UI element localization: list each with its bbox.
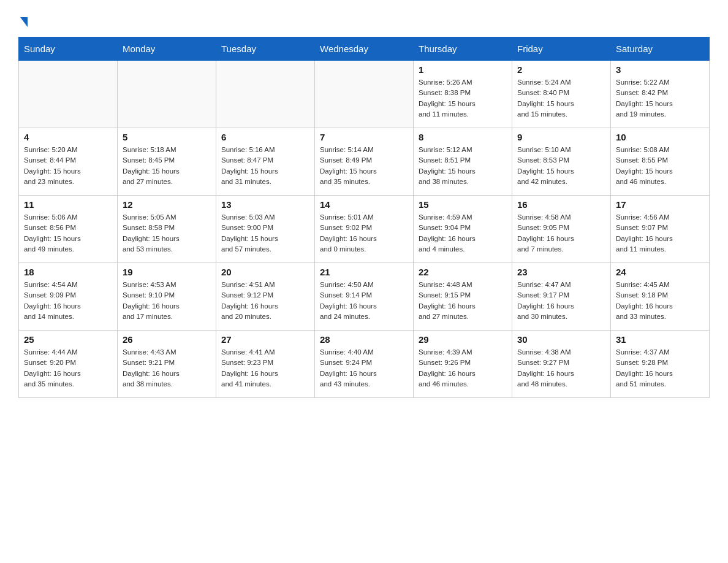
day-number: 27	[221, 334, 309, 345]
day-number: 9	[517, 132, 605, 142]
calendar-week-1: 1Sunrise: 5:26 AM Sunset: 8:38 PM Daylig…	[19, 61, 710, 128]
day-number: 11	[24, 199, 112, 210]
calendar-week-5: 25Sunrise: 4:44 AM Sunset: 9:20 PM Dayli…	[19, 331, 710, 398]
calendar-header-sunday: Sunday	[19, 37, 118, 61]
day-info: Sunrise: 5:01 AM Sunset: 9:02 PM Dayligh…	[320, 212, 408, 255]
calendar-cell: 8Sunrise: 5:12 AM Sunset: 8:51 PM Daylig…	[414, 128, 512, 196]
calendar-week-2: 4Sunrise: 5:20 AM Sunset: 8:44 PM Daylig…	[19, 128, 710, 196]
calendar-cell	[216, 61, 315, 128]
calendar-header-thursday: Thursday	[414, 37, 512, 61]
calendar-header-monday: Monday	[118, 37, 216, 61]
calendar-week-4: 18Sunrise: 4:54 AM Sunset: 9:09 PM Dayli…	[19, 263, 710, 331]
day-info: Sunrise: 5:08 AM Sunset: 8:55 PM Dayligh…	[616, 145, 704, 187]
day-number: 10	[616, 132, 704, 142]
logo	[18, 12, 28, 25]
calendar-cell: 22Sunrise: 4:48 AM Sunset: 9:15 PM Dayli…	[414, 263, 512, 331]
calendar-cell: 20Sunrise: 4:51 AM Sunset: 9:12 PM Dayli…	[216, 263, 315, 331]
calendar-cell: 11Sunrise: 5:06 AM Sunset: 8:56 PM Dayli…	[19, 196, 118, 263]
day-number: 20	[221, 267, 309, 277]
day-number: 25	[24, 334, 112, 345]
calendar-cell: 6Sunrise: 5:16 AM Sunset: 8:47 PM Daylig…	[216, 128, 315, 196]
day-info: Sunrise: 5:18 AM Sunset: 8:45 PM Dayligh…	[123, 145, 211, 187]
calendar-cell: 19Sunrise: 4:53 AM Sunset: 9:10 PM Dayli…	[118, 263, 216, 331]
calendar-cell: 3Sunrise: 5:22 AM Sunset: 8:42 PM Daylig…	[611, 61, 710, 128]
day-info: Sunrise: 4:53 AM Sunset: 9:10 PM Dayligh…	[123, 280, 211, 322]
day-number: 8	[419, 132, 507, 142]
calendar-cell: 2Sunrise: 5:24 AM Sunset: 8:40 PM Daylig…	[512, 61, 611, 128]
day-number: 19	[123, 267, 211, 277]
calendar-cell	[19, 61, 118, 128]
day-number: 21	[320, 267, 408, 277]
day-number: 18	[24, 267, 112, 277]
calendar-header-wednesday: Wednesday	[315, 37, 414, 61]
day-info: Sunrise: 5:24 AM Sunset: 8:40 PM Dayligh…	[517, 77, 605, 120]
calendar-week-3: 11Sunrise: 5:06 AM Sunset: 8:56 PM Dayli…	[19, 196, 710, 263]
day-number: 31	[616, 334, 704, 345]
calendar-cell: 14Sunrise: 5:01 AM Sunset: 9:02 PM Dayli…	[315, 196, 414, 263]
day-info: Sunrise: 4:43 AM Sunset: 9:21 PM Dayligh…	[123, 347, 211, 389]
day-info: Sunrise: 4:58 AM Sunset: 9:05 PM Dayligh…	[517, 212, 605, 255]
calendar-cell: 29Sunrise: 4:39 AM Sunset: 9:26 PM Dayli…	[414, 331, 512, 398]
calendar-cell	[315, 61, 414, 128]
calendar-cell: 9Sunrise: 5:10 AM Sunset: 8:53 PM Daylig…	[512, 128, 611, 196]
calendar-cell: 12Sunrise: 5:05 AM Sunset: 8:58 PM Dayli…	[118, 196, 216, 263]
calendar-header-tuesday: Tuesday	[216, 37, 315, 61]
calendar-cell: 4Sunrise: 5:20 AM Sunset: 8:44 PM Daylig…	[19, 128, 118, 196]
day-info: Sunrise: 5:22 AM Sunset: 8:42 PM Dayligh…	[616, 77, 704, 120]
day-info: Sunrise: 4:40 AM Sunset: 9:24 PM Dayligh…	[320, 347, 408, 389]
day-info: Sunrise: 5:16 AM Sunset: 8:47 PM Dayligh…	[221, 145, 309, 187]
calendar-cell: 7Sunrise: 5:14 AM Sunset: 8:49 PM Daylig…	[315, 128, 414, 196]
calendar-cell: 16Sunrise: 4:58 AM Sunset: 9:05 PM Dayli…	[512, 196, 611, 263]
calendar-cell: 23Sunrise: 4:47 AM Sunset: 9:17 PM Dayli…	[512, 263, 611, 331]
calendar-cell: 10Sunrise: 5:08 AM Sunset: 8:55 PM Dayli…	[611, 128, 710, 196]
day-number: 22	[419, 267, 507, 277]
day-number: 1	[419, 64, 507, 75]
day-info: Sunrise: 4:50 AM Sunset: 9:14 PM Dayligh…	[320, 280, 408, 322]
day-number: 13	[221, 199, 309, 210]
day-info: Sunrise: 5:10 AM Sunset: 8:53 PM Dayligh…	[517, 145, 605, 187]
day-number: 16	[517, 199, 605, 210]
day-number: 24	[616, 267, 704, 277]
day-number: 30	[517, 334, 605, 345]
day-number: 5	[123, 132, 211, 142]
day-number: 7	[320, 132, 408, 142]
calendar-cell: 31Sunrise: 4:37 AM Sunset: 9:28 PM Dayli…	[611, 331, 710, 398]
day-info: Sunrise: 4:38 AM Sunset: 9:27 PM Dayligh…	[517, 347, 605, 389]
day-info: Sunrise: 4:59 AM Sunset: 9:04 PM Dayligh…	[419, 212, 507, 255]
day-info: Sunrise: 4:48 AM Sunset: 9:15 PM Dayligh…	[419, 280, 507, 322]
day-number: 28	[320, 334, 408, 345]
day-number: 26	[123, 334, 211, 345]
day-info: Sunrise: 5:03 AM Sunset: 9:00 PM Dayligh…	[221, 212, 309, 255]
day-info: Sunrise: 5:14 AM Sunset: 8:49 PM Dayligh…	[320, 145, 408, 187]
calendar-cell: 24Sunrise: 4:45 AM Sunset: 9:18 PM Dayli…	[611, 263, 710, 331]
day-info: Sunrise: 4:44 AM Sunset: 9:20 PM Dayligh…	[24, 347, 112, 389]
day-info: Sunrise: 4:51 AM Sunset: 9:12 PM Dayligh…	[221, 280, 309, 322]
calendar-cell: 21Sunrise: 4:50 AM Sunset: 9:14 PM Dayli…	[315, 263, 414, 331]
day-info: Sunrise: 4:45 AM Sunset: 9:18 PM Dayligh…	[616, 280, 704, 322]
day-info: Sunrise: 5:26 AM Sunset: 8:38 PM Dayligh…	[419, 77, 507, 120]
calendar-cell: 15Sunrise: 4:59 AM Sunset: 9:04 PM Dayli…	[414, 196, 512, 263]
calendar-header-friday: Friday	[512, 37, 611, 61]
calendar-table: SundayMondayTuesdayWednesdayThursdayFrid…	[18, 37, 710, 398]
calendar-cell: 30Sunrise: 4:38 AM Sunset: 9:27 PM Dayli…	[512, 331, 611, 398]
page-header	[18, 12, 710, 25]
day-number: 12	[123, 199, 211, 210]
calendar-cell: 13Sunrise: 5:03 AM Sunset: 9:00 PM Dayli…	[216, 196, 315, 263]
day-info: Sunrise: 4:39 AM Sunset: 9:26 PM Dayligh…	[419, 347, 507, 389]
day-info: Sunrise: 4:54 AM Sunset: 9:09 PM Dayligh…	[24, 280, 112, 322]
calendar-cell: 5Sunrise: 5:18 AM Sunset: 8:45 PM Daylig…	[118, 128, 216, 196]
calendar-cell: 26Sunrise: 4:43 AM Sunset: 9:21 PM Dayli…	[118, 331, 216, 398]
day-number: 6	[221, 132, 309, 142]
calendar-cell: 28Sunrise: 4:40 AM Sunset: 9:24 PM Dayli…	[315, 331, 414, 398]
day-number: 14	[320, 199, 408, 210]
calendar-header-saturday: Saturday	[611, 37, 710, 61]
day-number: 23	[517, 267, 605, 277]
day-number: 17	[616, 199, 704, 210]
day-number: 4	[24, 132, 112, 142]
calendar-cell: 25Sunrise: 4:44 AM Sunset: 9:20 PM Dayli…	[19, 331, 118, 398]
calendar-cell: 1Sunrise: 5:26 AM Sunset: 8:38 PM Daylig…	[414, 61, 512, 128]
day-info: Sunrise: 4:41 AM Sunset: 9:23 PM Dayligh…	[221, 347, 309, 389]
calendar-header-row: SundayMondayTuesdayWednesdayThursdayFrid…	[19, 37, 710, 61]
day-info: Sunrise: 4:37 AM Sunset: 9:28 PM Dayligh…	[616, 347, 704, 389]
calendar-cell: 18Sunrise: 4:54 AM Sunset: 9:09 PM Dayli…	[19, 263, 118, 331]
